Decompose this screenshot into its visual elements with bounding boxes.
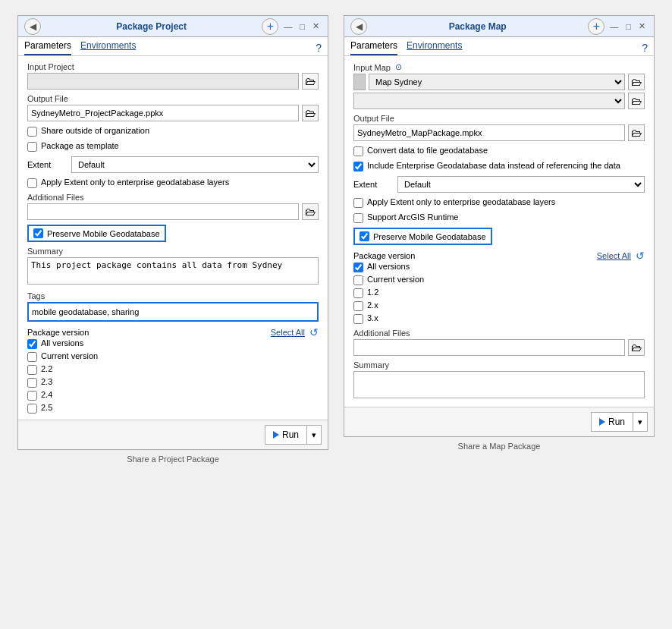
version-24-label-left: 2.4 [41,390,52,399]
output-file-field-right: Output File 🗁 [353,114,645,141]
refresh-icon-left[interactable]: ↺ [309,326,319,338]
package-version-header-left: Package version Select All ↺ [27,326,319,338]
list-item: 1.2 [353,288,633,298]
tabs-right: Parameters Environments ? [344,37,654,56]
help-icon-left[interactable]: ? [316,42,322,54]
add-button-right[interactable]: + [588,18,604,35]
left-panel-wrapper: ◀ Package Project + — □ ✕ Parameters Env… [17,15,328,464]
input-map-secondary-folder-btn[interactable]: 🗁 [628,93,645,109]
summary-label-right: Summary [353,360,645,370]
help-icon-right[interactable]: ? [642,42,648,54]
maximize-right[interactable]: □ [623,21,633,32]
run-button-right[interactable]: Run ▾ [591,412,648,432]
input-map-secondary-select[interactable] [353,93,625,109]
list-item: 2.4 [27,390,306,401]
version-22-checkbox-left[interactable] [27,365,37,375]
summary-textarea-right[interactable] [353,371,645,398]
convert-data-checkbox[interactable] [353,146,363,156]
additional-files-folder-btn-right[interactable]: 🗁 [628,339,645,356]
window-controls-right: + — □ ✕ [588,18,648,35]
input-map-dropdown-icon[interactable]: ⊙ [395,62,402,72]
version-2x-checkbox-right[interactable] [353,301,363,311]
support-runtime-checkbox[interactable] [353,213,363,223]
play-icon-left [273,431,279,439]
version-current-checkbox-left[interactable] [27,352,37,362]
output-file-label-left: Output File [27,94,319,103]
run-button-main-right[interactable]: Run [592,413,633,431]
preserve-box-right: Preserve Mobile Geodatabase [353,228,645,245]
output-file-input-left[interactable] [27,105,299,121]
tab-parameters-left[interactable]: Parameters [24,40,71,55]
additional-files-input-left[interactable] [27,203,299,220]
additional-files-row-right: 🗁 [353,339,645,356]
run-button-left[interactable]: Run ▾ [265,425,322,445]
input-map-select[interactable]: Map Sydney [369,74,625,90]
back-button-left[interactable]: ◀ [24,18,41,35]
input-project-input[interactable] [27,73,299,90]
version-current-checkbox-right[interactable] [353,275,363,285]
tags-field-left: Tags [27,291,319,322]
back-button-right[interactable]: ◀ [350,18,367,35]
summary-field-right: Summary [353,360,645,401]
version-12-checkbox-right[interactable] [353,288,363,298]
input-map-label: Input Map [353,63,391,72]
run-dropdown-arrow-left[interactable]: ▾ [307,426,321,444]
close-left[interactable]: ✕ [310,20,322,32]
minimize-right[interactable]: — [608,21,620,32]
additional-files-input-right[interactable] [353,339,625,356]
maximize-left[interactable]: □ [297,21,307,32]
input-map-folder-btn[interactable]: 🗁 [628,74,645,90]
titlebar-right: ◀ Package Map + — □ ✕ [344,16,654,37]
panel-body-left: Input Project 🗁 Output File 🗁 Share outs… [18,56,328,420]
tab-environments-right[interactable]: Environments [407,40,462,55]
summary-field-left: Summary This project package contains al… [27,247,319,287]
tab-environments-left[interactable]: Environments [80,40,136,55]
apply-extent-checkbox-right[interactable] [353,198,363,208]
add-button-left[interactable]: + [262,18,278,35]
preserve-checkbox-right[interactable] [360,231,369,241]
input-map-secondary-row: 🗁 [353,93,645,109]
version-3x-checkbox-right[interactable] [353,314,363,324]
preserve-label-left: Preserve Mobile Geodatabase [47,229,160,238]
run-dropdown-arrow-right[interactable]: ▾ [633,413,647,431]
summary-textarea-left[interactable]: This project package contains all data f… [27,257,319,285]
package-template-checkbox[interactable] [27,142,37,152]
version-all-checkbox-left[interactable] [27,339,37,349]
run-button-main-left[interactable]: Run [265,426,307,444]
extent-row-left: Extent Default Current Display Extent Dr… [27,156,319,173]
additional-files-label-right: Additional Files [353,329,645,338]
refresh-icon-right[interactable]: ↺ [636,250,645,262]
preserve-checkbox-left[interactable] [33,228,43,238]
version-24-checkbox-left[interactable] [27,391,37,401]
support-runtime-label: Support ArcGIS Runtime [367,212,458,222]
version-25-checkbox-left[interactable] [27,404,37,414]
titlebar-left: ◀ Package Project + — □ ✕ [18,16,328,37]
output-file-input-right[interactable] [353,124,625,141]
additional-files-folder-btn-left[interactable]: 🗁 [302,203,319,220]
input-map-field: Input Map ⊙ Map Sydney 🗁 [353,62,645,109]
close-right[interactable]: ✕ [636,20,648,32]
additional-files-row-left: 🗁 [27,203,319,220]
tab-parameters-right[interactable]: Parameters [350,40,397,55]
share-outside-checkbox[interactable] [27,127,37,137]
minimize-left[interactable]: — [281,21,294,32]
convert-data-label: Convert data to file geodatabase [367,146,488,155]
version-23-checkbox-left[interactable] [27,378,37,388]
input-project-folder-btn[interactable]: 🗁 [302,73,319,90]
include-enterprise-checkbox[interactable] [353,162,363,171]
version-all-checkbox-right[interactable] [353,263,363,272]
apply-extent-checkbox-left[interactable] [27,178,37,188]
package-map-panel: ◀ Package Map + — □ ✕ Parameters Environ… [344,15,655,437]
select-all-right[interactable]: Select All [597,251,631,260]
versions-list-right: All versions Current version 1.2 2.x [353,262,645,324]
version-current-label-left: Current version [41,351,98,360]
extent-select-left[interactable]: Default Current Display Extent Draw Exte… [71,156,319,173]
additional-files-field-left: Additional Files 🗁 [27,193,319,220]
tags-input-left[interactable] [27,302,319,322]
output-file-folder-btn-right[interactable]: 🗁 [628,124,645,141]
list-item: Current version [27,351,306,362]
extent-select-right[interactable]: Default Current Display Extent Draw Exte… [397,176,645,193]
select-all-left[interactable]: Select All [271,328,305,337]
output-file-label-right: Output File [353,114,645,123]
output-file-folder-btn-left[interactable]: 🗁 [302,105,319,121]
